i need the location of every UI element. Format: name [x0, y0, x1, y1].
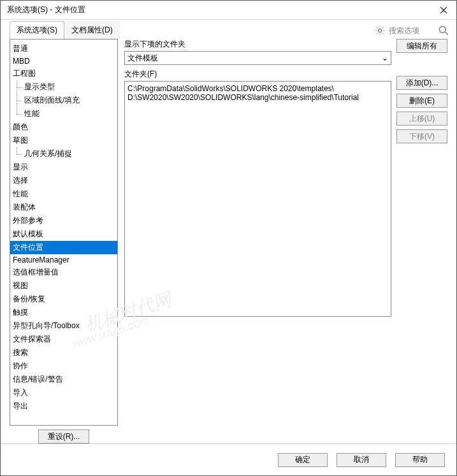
- svg-point-0: [439, 26, 446, 32]
- window-title: 系统选项(S) - 文件位置: [7, 4, 431, 15]
- tree-item[interactable]: 选值框增量值: [10, 266, 117, 279]
- folder-type-dropdown[interactable]: 文件模板 ⌄: [124, 51, 391, 65]
- tree-item[interactable]: 导入: [10, 386, 117, 400]
- tree-item[interactable]: 默认模板: [10, 227, 117, 241]
- tree-item[interactable]: 工程图: [10, 67, 117, 80]
- close-icon: [440, 7, 447, 13]
- main-left: 显示下项的文件夹 文件模板 ⌄ 文件夹(F) C:\ProgramData\So…: [124, 39, 391, 444]
- main-column: 显示下项的文件夹 文件模板 ⌄ 文件夹(F) C:\ProgramData\So…: [124, 39, 447, 444]
- tree-item[interactable]: 性能: [10, 107, 117, 120]
- tree-item[interactable]: 协作: [10, 359, 117, 373]
- tree-item[interactable]: 触摸: [10, 306, 117, 319]
- tree-column: 普通MBD工程图显示类型区域剖面线/填充性能颜色草图几何关系/捕捉显示选择性能装…: [10, 39, 118, 444]
- options-tree[interactable]: 普通MBD工程图显示类型区域剖面线/填充性能颜色草图几何关系/捕捉显示选择性能装…: [10, 39, 118, 426]
- tree-item[interactable]: 装配体: [10, 201, 117, 214]
- tree-item[interactable]: 显示类型: [10, 80, 117, 94]
- tree-item[interactable]: 颜色: [10, 120, 117, 134]
- tab-strip: 系统选项(S) 文档属性(D): [10, 21, 120, 39]
- edit-all-button[interactable]: 编辑所有: [396, 39, 447, 53]
- tab-document-properties[interactable]: 文档属性(D): [64, 21, 120, 39]
- tree-item[interactable]: 视图: [10, 279, 117, 292]
- tree-item[interactable]: 搜索: [10, 346, 117, 359]
- tree-item[interactable]: 文件探索器: [10, 333, 117, 346]
- tree-item[interactable]: 异型孔向导/Toolbox: [10, 319, 117, 333]
- tree-item[interactable]: 选择: [10, 174, 117, 187]
- close-button[interactable]: [431, 1, 456, 20]
- cancel-button[interactable]: 取消: [337, 453, 386, 467]
- titlebar: 系统选项(S) - 文件位置: [1, 1, 456, 20]
- folder-list[interactable]: C:\ProgramData\SolidWorks\SOLIDWORKS 202…: [124, 81, 391, 317]
- tree-item[interactable]: 显示: [10, 161, 117, 174]
- gear-icon[interactable]: [375, 25, 385, 36]
- folder-path-item[interactable]: D:\SW2020\SW2020\SOLIDWORKS\lang\chinese…: [127, 93, 388, 102]
- reset-button[interactable]: 重设(R)...: [38, 429, 89, 444]
- dropdown-value: 文件模板: [127, 53, 158, 64]
- ok-button[interactable]: 确定: [278, 453, 328, 467]
- tree-item[interactable]: 外部参考: [10, 214, 117, 227]
- tree-item[interactable]: 几何关系/捕捉: [10, 147, 117, 161]
- add-button[interactable]: 添加(D)...: [396, 76, 447, 90]
- delete-button[interactable]: 删除(E): [396, 94, 447, 108]
- tree-item[interactable]: 性能: [10, 187, 117, 201]
- help-button[interactable]: 帮助: [395, 453, 445, 467]
- tree-item[interactable]: 文件位置: [10, 241, 117, 254]
- tree-item[interactable]: MBD: [10, 55, 117, 67]
- chevron-down-icon: ⌄: [382, 54, 388, 62]
- folder-list-label: 文件夹(F): [124, 69, 391, 80]
- tree-item[interactable]: 信息/错误/警告: [10, 373, 117, 386]
- tree-item[interactable]: 备份/恢复: [10, 292, 117, 306]
- search-icon[interactable]: [437, 24, 450, 37]
- tree-item[interactable]: 导出: [10, 400, 117, 413]
- tab-system-options[interactable]: 系统选项(S): [10, 21, 64, 39]
- footer: 确定 取消 帮助: [1, 444, 456, 475]
- search-input[interactable]: 搜索选项: [389, 25, 433, 36]
- button-column: 编辑所有 添加(D)... 删除(E) 上移(U) 下移(V): [396, 39, 447, 444]
- folder-path-item[interactable]: C:\ProgramData\SolidWorks\SOLIDWORKS 202…: [127, 84, 388, 93]
- tree-item[interactable]: FeatureManager: [10, 254, 117, 266]
- move-down-button: 下移(V): [396, 129, 447, 143]
- move-up-button: 上移(U): [396, 112, 447, 126]
- topbar: 系统选项(S) 文档属性(D) 搜索选项: [1, 20, 456, 39]
- show-folder-label: 显示下项的文件夹: [124, 39, 391, 50]
- tree-item[interactable]: 草图: [10, 134, 117, 147]
- content-area: 普通MBD工程图显示类型区域剖面线/填充性能颜色草图几何关系/捕捉显示选择性能装…: [10, 39, 447, 444]
- search-area: 搜索选项: [375, 24, 450, 39]
- tree-item[interactable]: 区域剖面线/填充: [10, 94, 117, 107]
- tree-item[interactable]: 普通: [10, 42, 117, 55]
